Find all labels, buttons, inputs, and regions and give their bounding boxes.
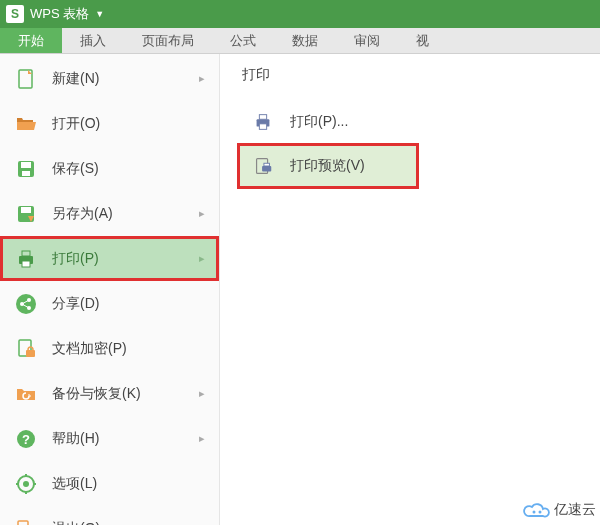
tab-insert[interactable]: 插入 (62, 28, 124, 53)
sidebar-item-save[interactable]: 保存(S) (0, 146, 219, 191)
watermark-text: 亿速云 (554, 501, 596, 519)
app-logo: S (6, 5, 24, 23)
svg-rect-16 (26, 350, 35, 357)
sidebar-label: 保存(S) (52, 160, 205, 178)
svg-point-9 (16, 294, 36, 314)
sidebar-label: 分享(D) (52, 295, 205, 313)
svg-point-32 (533, 511, 536, 514)
share-icon (14, 292, 38, 316)
svg-rect-8 (22, 261, 30, 267)
print-preview-icon (252, 155, 274, 177)
sidebar-item-options[interactable]: 选项(L) (0, 461, 219, 506)
watermark: 亿速云 (522, 501, 596, 519)
exit-icon (14, 517, 38, 526)
app-title: WPS 表格 (30, 5, 89, 23)
chevron-right-icon: ▸ (199, 207, 205, 220)
sidebar-item-encrypt[interactable]: 文档加密(P) (0, 326, 219, 371)
sidebar-label: 退出(Q) (52, 520, 205, 526)
tab-data[interactable]: 数据 (274, 28, 336, 53)
svg-rect-31 (264, 163, 270, 166)
titlebar: S WPS 表格 ▼ (0, 0, 600, 28)
new-file-icon (14, 67, 38, 91)
sidebar-label: 新建(N) (52, 70, 199, 88)
cloud-icon (522, 501, 550, 519)
document-lock-icon (14, 337, 38, 361)
sidebar-item-saveas[interactable]: 另存为(A) ▸ (0, 191, 219, 236)
chevron-right-icon: ▸ (199, 252, 205, 265)
sidebar-item-exit[interactable]: 退出(Q) (0, 506, 219, 525)
svg-point-33 (539, 511, 542, 514)
chevron-right-icon: ▸ (199, 387, 205, 400)
panel-item-print[interactable]: 打印(P)... (238, 100, 600, 144)
tab-layout[interactable]: 页面布局 (124, 28, 212, 53)
svg-rect-2 (21, 162, 31, 168)
ribbon-tabs: 开始 插入 页面布局 公式 数据 审阅 视 (0, 28, 600, 54)
backup-folder-icon (14, 382, 38, 406)
svg-rect-27 (259, 115, 266, 120)
chevron-right-icon: ▸ (199, 432, 205, 445)
help-icon: ? (14, 427, 38, 451)
sidebar-label: 打开(O) (52, 115, 205, 133)
svg-rect-28 (259, 124, 266, 129)
sidebar-item-backup[interactable]: 备份与恢复(K) ▸ (0, 371, 219, 416)
tab-review[interactable]: 审阅 (336, 28, 398, 53)
panel-title: 打印 (238, 66, 600, 84)
panel-label: 打印(P)... (290, 113, 348, 131)
sidebar-label: 帮助(H) (52, 430, 199, 448)
sidebar-item-help[interactable]: ? 帮助(H) ▸ (0, 416, 219, 461)
saveas-disk-icon (14, 202, 38, 226)
tab-formula[interactable]: 公式 (212, 28, 274, 53)
svg-rect-25 (18, 521, 28, 526)
sidebar-item-print[interactable]: 打印(P) ▸ (0, 236, 219, 281)
main-area: 新建(N) ▸ 打开(O) 保存(S) 另存为(A) ▸ (0, 54, 600, 525)
sidebar-label: 文档加密(P) (52, 340, 205, 358)
svg-text:?: ? (22, 432, 30, 447)
chevron-right-icon: ▸ (199, 72, 205, 85)
submenu-panel: 打印 打印(P)... 打印预览(V) (220, 54, 600, 525)
file-sidebar: 新建(N) ▸ 打开(O) 保存(S) 另存为(A) ▸ (0, 54, 220, 525)
svg-rect-5 (21, 207, 31, 213)
sidebar-item-new[interactable]: 新建(N) ▸ (0, 56, 219, 101)
sidebar-label: 另存为(A) (52, 205, 199, 223)
panel-label: 打印预览(V) (290, 157, 365, 175)
svg-rect-30 (262, 166, 271, 172)
panel-item-print-preview[interactable]: 打印预览(V) (238, 144, 418, 188)
sidebar-item-share[interactable]: 分享(D) (0, 281, 219, 326)
tab-view[interactable]: 视 (398, 28, 447, 53)
sidebar-label: 选项(L) (52, 475, 205, 493)
open-folder-icon (14, 112, 38, 136)
printer-icon (14, 247, 38, 271)
save-disk-icon (14, 157, 38, 181)
sidebar-label: 备份与恢复(K) (52, 385, 199, 403)
sidebar-item-open[interactable]: 打开(O) (0, 101, 219, 146)
gear-icon (14, 472, 38, 496)
tab-start[interactable]: 开始 (0, 28, 62, 53)
titlebar-dropdown-icon[interactable]: ▼ (95, 9, 104, 19)
printer-icon (252, 111, 274, 133)
sidebar-label: 打印(P) (52, 250, 199, 268)
svg-point-20 (23, 481, 29, 487)
svg-rect-3 (22, 171, 30, 176)
svg-rect-7 (22, 251, 30, 256)
